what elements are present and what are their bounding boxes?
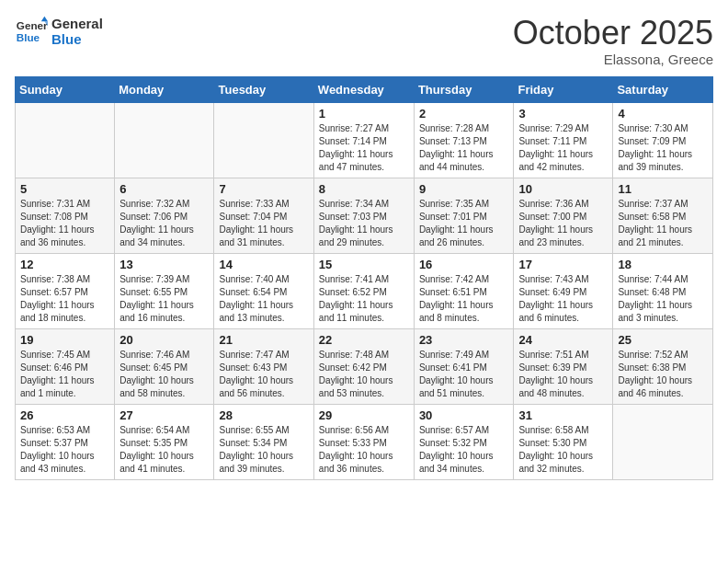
day-number: 26 [20, 408, 109, 422]
calendar-week-row: 1Sunrise: 7:27 AM Sunset: 7:14 PM Daylig… [16, 102, 713, 178]
calendar-day-cell: 12Sunrise: 7:38 AM Sunset: 6:57 PM Dayli… [16, 253, 115, 328]
day-info: Sunrise: 7:52 AM Sunset: 6:38 PM Dayligh… [618, 349, 708, 400]
day-number: 2 [419, 107, 509, 121]
day-number: 5 [20, 182, 109, 196]
month-title: October 2025 [513, 15, 713, 52]
day-number: 10 [518, 182, 608, 196]
calendar-day-cell: 29Sunrise: 6:56 AM Sunset: 5:33 PM Dayli… [313, 404, 414, 479]
day-number: 29 [319, 408, 409, 422]
calendar-day-cell: 7Sunrise: 7:33 AM Sunset: 7:04 PM Daylig… [214, 178, 313, 253]
calendar-day-cell: 22Sunrise: 7:48 AM Sunset: 6:42 PM Dayli… [313, 328, 414, 404]
calendar-day-cell: 26Sunrise: 6:53 AM Sunset: 5:37 PM Dayli… [16, 404, 115, 479]
day-number: 4 [618, 107, 708, 121]
day-info: Sunrise: 6:57 AM Sunset: 5:32 PM Dayligh… [419, 424, 509, 476]
day-info: Sunrise: 7:29 AM Sunset: 7:11 PM Dayligh… [518, 122, 608, 174]
page-header: General Blue General Blue October 2025 E… [15, 15, 713, 67]
svg-text:Blue: Blue [17, 31, 40, 43]
calendar-day-cell [16, 102, 115, 178]
weekday-header: Wednesday [313, 76, 414, 102]
title-block: October 2025 Elassona, Greece [513, 15, 713, 67]
day-number: 8 [319, 182, 409, 196]
calendar-day-cell [613, 404, 713, 479]
day-number: 27 [119, 408, 209, 422]
day-number: 24 [518, 333, 608, 347]
calendar-day-cell: 3Sunrise: 7:29 AM Sunset: 7:11 PM Daylig… [514, 102, 613, 178]
calendar-day-cell: 17Sunrise: 7:43 AM Sunset: 6:49 PM Dayli… [514, 253, 613, 328]
logo-blue: Blue [51, 31, 103, 47]
calendar-day-cell: 20Sunrise: 7:46 AM Sunset: 6:45 PM Dayli… [115, 328, 214, 404]
calendar-day-cell: 23Sunrise: 7:49 AM Sunset: 6:41 PM Dayli… [414, 328, 514, 404]
calendar-day-cell: 15Sunrise: 7:41 AM Sunset: 6:52 PM Dayli… [313, 253, 414, 328]
location: Elassona, Greece [513, 52, 713, 67]
day-info: Sunrise: 7:28 AM Sunset: 7:13 PM Dayligh… [419, 122, 509, 174]
calendar-day-cell: 30Sunrise: 6:57 AM Sunset: 5:32 PM Dayli… [414, 404, 514, 479]
weekday-header: Tuesday [214, 76, 313, 102]
day-number: 20 [119, 333, 209, 347]
day-number: 18 [618, 258, 708, 271]
weekday-header: Saturday [613, 76, 713, 102]
day-number: 6 [119, 182, 209, 196]
day-info: Sunrise: 7:39 AM Sunset: 6:55 PM Dayligh… [119, 273, 209, 325]
day-number: 25 [618, 333, 708, 347]
calendar-day-cell: 4Sunrise: 7:30 AM Sunset: 7:09 PM Daylig… [613, 102, 713, 178]
calendar-header-row: SundayMondayTuesdayWednesdayThursdayFrid… [16, 76, 713, 102]
calendar-day-cell: 18Sunrise: 7:44 AM Sunset: 6:48 PM Dayli… [613, 253, 713, 328]
day-info: Sunrise: 7:40 AM Sunset: 6:54 PM Dayligh… [219, 273, 308, 325]
day-info: Sunrise: 7:27 AM Sunset: 7:14 PM Dayligh… [319, 122, 409, 174]
calendar-day-cell: 31Sunrise: 6:58 AM Sunset: 5:30 PM Dayli… [514, 404, 613, 479]
day-info: Sunrise: 7:38 AM Sunset: 6:57 PM Dayligh… [20, 273, 109, 325]
calendar-day-cell: 28Sunrise: 6:55 AM Sunset: 5:34 PM Dayli… [214, 404, 313, 479]
day-info: Sunrise: 7:46 AM Sunset: 6:45 PM Dayligh… [119, 349, 209, 400]
day-number: 1 [319, 107, 409, 121]
calendar-day-cell: 27Sunrise: 6:54 AM Sunset: 5:35 PM Dayli… [115, 404, 214, 479]
calendar-week-row: 19Sunrise: 7:45 AM Sunset: 6:46 PM Dayli… [16, 328, 713, 404]
day-info: Sunrise: 7:32 AM Sunset: 7:06 PM Dayligh… [119, 198, 209, 249]
day-info: Sunrise: 7:49 AM Sunset: 6:41 PM Dayligh… [419, 349, 509, 400]
day-number: 17 [518, 258, 608, 271]
day-info: Sunrise: 7:42 AM Sunset: 6:51 PM Dayligh… [419, 273, 509, 325]
day-info: Sunrise: 7:41 AM Sunset: 6:52 PM Dayligh… [319, 273, 409, 325]
calendar-day-cell: 25Sunrise: 7:52 AM Sunset: 6:38 PM Dayli… [613, 328, 713, 404]
calendar-day-cell: 10Sunrise: 7:36 AM Sunset: 7:00 PM Dayli… [514, 178, 613, 253]
day-info: Sunrise: 6:54 AM Sunset: 5:35 PM Dayligh… [119, 424, 209, 476]
day-info: Sunrise: 6:56 AM Sunset: 5:33 PM Dayligh… [319, 424, 409, 476]
calendar-day-cell: 11Sunrise: 7:37 AM Sunset: 6:58 PM Dayli… [613, 178, 713, 253]
logo-general: General [51, 16, 103, 31]
calendar-day-cell: 19Sunrise: 7:45 AM Sunset: 6:46 PM Dayli… [16, 328, 115, 404]
weekday-header: Monday [115, 76, 214, 102]
calendar-day-cell: 8Sunrise: 7:34 AM Sunset: 7:03 PM Daylig… [313, 178, 414, 253]
calendar-day-cell: 9Sunrise: 7:35 AM Sunset: 7:01 PM Daylig… [414, 178, 514, 253]
day-info: Sunrise: 7:48 AM Sunset: 6:42 PM Dayligh… [319, 349, 409, 400]
calendar-day-cell: 14Sunrise: 7:40 AM Sunset: 6:54 PM Dayli… [214, 253, 313, 328]
day-number: 28 [219, 408, 308, 422]
day-number: 11 [618, 182, 708, 196]
day-info: Sunrise: 7:45 AM Sunset: 6:46 PM Dayligh… [20, 349, 109, 400]
day-info: Sunrise: 7:35 AM Sunset: 7:01 PM Dayligh… [419, 198, 509, 249]
day-info: Sunrise: 7:43 AM Sunset: 6:49 PM Dayligh… [518, 273, 608, 325]
day-info: Sunrise: 6:55 AM Sunset: 5:34 PM Dayligh… [219, 424, 308, 476]
day-number: 19 [20, 333, 109, 347]
day-number: 3 [518, 107, 608, 121]
day-number: 21 [219, 333, 308, 347]
day-info: Sunrise: 6:58 AM Sunset: 5:30 PM Dayligh… [518, 424, 608, 476]
day-number: 22 [319, 333, 409, 347]
calendar-day-cell: 1Sunrise: 7:27 AM Sunset: 7:14 PM Daylig… [313, 102, 414, 178]
calendar-day-cell: 5Sunrise: 7:31 AM Sunset: 7:08 PM Daylig… [16, 178, 115, 253]
calendar-week-row: 5Sunrise: 7:31 AM Sunset: 7:08 PM Daylig… [16, 178, 713, 253]
calendar-day-cell: 13Sunrise: 7:39 AM Sunset: 6:55 PM Dayli… [115, 253, 214, 328]
calendar-week-row: 12Sunrise: 7:38 AM Sunset: 6:57 PM Dayli… [16, 253, 713, 328]
day-info: Sunrise: 7:47 AM Sunset: 6:43 PM Dayligh… [219, 349, 308, 400]
day-info: Sunrise: 7:51 AM Sunset: 6:39 PM Dayligh… [518, 349, 608, 400]
calendar-day-cell [115, 102, 214, 178]
day-number: 31 [518, 408, 608, 422]
day-number: 9 [419, 182, 509, 196]
day-number: 14 [219, 258, 308, 271]
calendar-week-row: 26Sunrise: 6:53 AM Sunset: 5:37 PM Dayli… [16, 404, 713, 479]
calendar-day-cell [214, 102, 313, 178]
day-number: 15 [319, 258, 409, 271]
day-number: 13 [119, 258, 209, 271]
day-info: Sunrise: 6:53 AM Sunset: 5:37 PM Dayligh… [20, 424, 109, 476]
day-info: Sunrise: 7:31 AM Sunset: 7:08 PM Dayligh… [20, 198, 109, 249]
day-number: 30 [419, 408, 509, 422]
calendar-day-cell: 6Sunrise: 7:32 AM Sunset: 7:06 PM Daylig… [115, 178, 214, 253]
